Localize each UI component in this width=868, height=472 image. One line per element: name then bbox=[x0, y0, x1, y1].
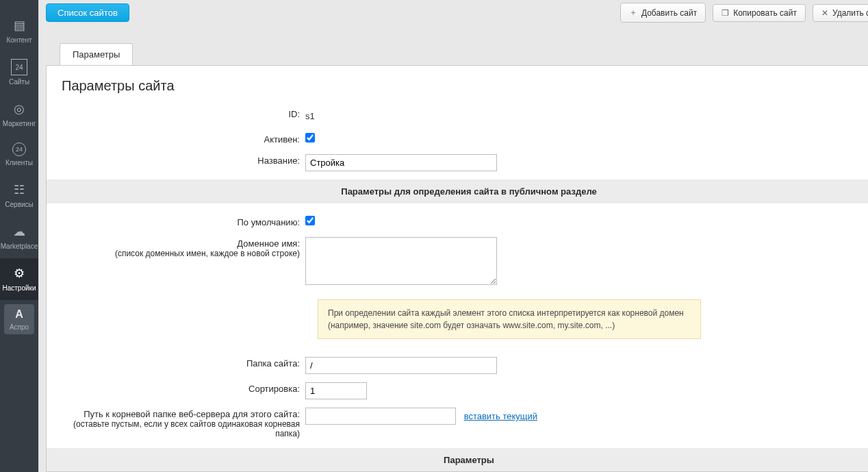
checkbox-default[interactable] bbox=[305, 216, 315, 225]
section-public: Параметры для определения сайта в публич… bbox=[47, 179, 868, 203]
button-label: Добавить сайт bbox=[641, 8, 697, 18]
nav-label: Marketplace bbox=[1, 243, 38, 250]
tab-bar: Параметры bbox=[60, 43, 868, 65]
section-parameters: Параметры bbox=[47, 448, 868, 472]
form-panel: Параметры сайта ID: s1 Активен: Название… bbox=[46, 65, 868, 472]
site-list-button[interactable]: Список сайтов bbox=[46, 3, 129, 22]
label-name: Название: bbox=[47, 152, 305, 169]
nav-content[interactable]: ▤Контент bbox=[0, 10, 38, 52]
close-icon: ✕ bbox=[821, 8, 828, 18]
label-rootpath: Путь к корневой папке веб-сервера для эт… bbox=[47, 406, 305, 442]
nav-marketplace[interactable]: ☁Marketplace bbox=[0, 216, 38, 258]
marketing-icon: ◎ bbox=[11, 101, 27, 117]
textarea-domain[interactable] bbox=[305, 237, 497, 285]
clients-icon: 24 bbox=[12, 142, 26, 156]
label-folder: Папка сайта: bbox=[47, 355, 305, 372]
main-content: Список сайтов ＋Добавить сайт ❐Копировать… bbox=[39, 0, 868, 472]
copy-site-button[interactable]: ❐Копировать сайт bbox=[713, 4, 806, 22]
input-folder[interactable] bbox=[305, 357, 497, 374]
label-id: ID: bbox=[47, 105, 305, 123]
label-domain: Доменное имя:(список доменных имен, кажд… bbox=[47, 235, 305, 262]
domain-hint: При определении сайта каждый элемент это… bbox=[318, 299, 701, 339]
nav-label: Клиенты bbox=[5, 159, 33, 166]
nav-label: Настройки bbox=[2, 284, 36, 292]
tab-parameters[interactable]: Параметры bbox=[60, 43, 133, 65]
nav-label: Маркетинг bbox=[3, 120, 36, 127]
nav-sites[interactable]: 24Сайты bbox=[0, 52, 38, 94]
button-label: Удалить сайт bbox=[832, 8, 868, 18]
nav-services[interactable]: ☷Сервисы bbox=[0, 175, 38, 216]
aspro-icon: A bbox=[11, 308, 27, 321]
nav-label: Сайты bbox=[9, 78, 29, 86]
nav-clients[interactable]: 24Клиенты bbox=[0, 136, 38, 175]
value-id: s1 bbox=[305, 108, 315, 125]
nav-label: Сервисы bbox=[5, 201, 33, 208]
nav-label: Аспро bbox=[10, 323, 29, 331]
sites-icon: 24 bbox=[11, 59, 27, 75]
copy-icon: ❐ bbox=[722, 8, 729, 18]
add-site-button[interactable]: ＋Добавить сайт bbox=[620, 3, 706, 23]
nav-marketing[interactable]: ◎Маркетинг bbox=[0, 94, 38, 136]
content-icon: ▤ bbox=[11, 17, 27, 34]
main-icon-sidebar: ▤Контент 24Сайты ◎Маркетинг 24Клиенты ☷С… bbox=[0, 0, 38, 472]
delete-site-button[interactable]: ✕Удалить сайт bbox=[813, 4, 868, 22]
input-rootpath[interactable] bbox=[305, 408, 456, 425]
page-title: Параметры сайта bbox=[47, 66, 868, 103]
checkbox-active[interactable] bbox=[305, 133, 315, 142]
nav-label: Контент bbox=[6, 36, 31, 44]
settings-icon: ⚙ bbox=[11, 265, 27, 282]
services-icon: ☷ bbox=[11, 182, 27, 198]
plus-icon: ＋ bbox=[629, 7, 637, 18]
link-insert-current[interactable]: вставить текущий bbox=[464, 411, 537, 421]
nav-aspro[interactable]: AАспро bbox=[4, 304, 34, 334]
button-label: Копировать сайт bbox=[733, 8, 797, 18]
label-default: По умолчанию: bbox=[47, 214, 305, 231]
input-sort[interactable] bbox=[305, 382, 367, 399]
marketplace-icon: ☁ bbox=[11, 223, 27, 240]
input-name[interactable] bbox=[305, 154, 497, 171]
label-active: Активен: bbox=[47, 131, 305, 148]
page-toolbar: Список сайтов ＋Добавить сайт ❐Копировать… bbox=[39, 0, 868, 23]
label-sort: Сортировка: bbox=[47, 380, 305, 397]
nav-settings[interactable]: ⚙Настройки bbox=[0, 258, 38, 300]
